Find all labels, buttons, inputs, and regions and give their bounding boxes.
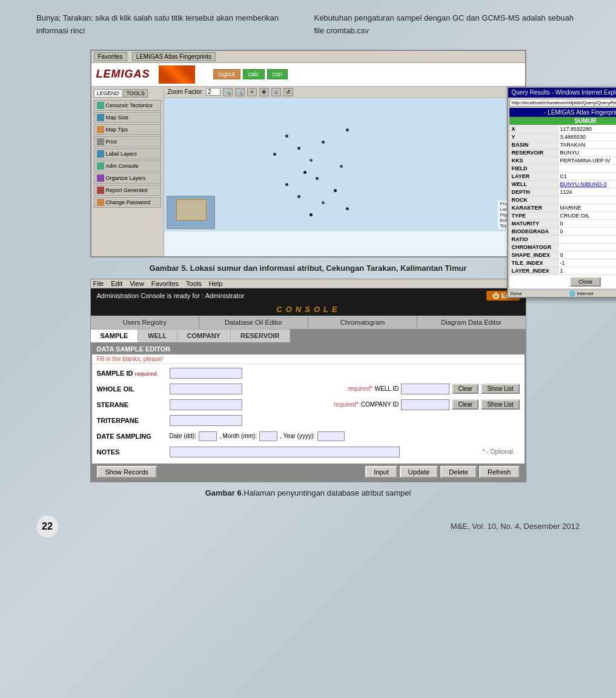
sidebar-cenozoic[interactable]: Cenozoic Tectonics bbox=[94, 100, 161, 111]
mini-map bbox=[167, 196, 215, 229]
date-dd-label: Date (dd): bbox=[170, 433, 196, 439]
menu-edit[interactable]: Edit bbox=[111, 280, 122, 287]
refresh-button[interactable]: Refresh bbox=[479, 466, 520, 478]
page-footer: 22 M&E, Vol. 10, No. 4, Desember 2012 bbox=[36, 504, 580, 543]
labellayers-icon bbox=[97, 150, 104, 158]
date-dd-input[interactable] bbox=[199, 431, 217, 441]
zoom-pan[interactable]: ✥ bbox=[259, 88, 269, 96]
sidebar-organizelayers[interactable]: Organize Layers bbox=[94, 173, 161, 184]
popup-content: - LEMIGAS Atlas Fingerprints - SUMUR X11… bbox=[509, 108, 617, 288]
nav-chromatogram[interactable]: Chromatogram bbox=[308, 316, 417, 329]
zoom-input[interactable] bbox=[206, 88, 220, 96]
sumur-label: SUMUR bbox=[509, 117, 617, 125]
logout-button[interactable]: logout bbox=[213, 69, 240, 79]
table-row: TILE_INDEX-1 bbox=[509, 259, 616, 267]
sidebar-print[interactable]: Print bbox=[94, 136, 161, 147]
triterpane-input[interactable] bbox=[170, 415, 242, 426]
notes-input[interactable] bbox=[170, 447, 400, 457]
menu-help[interactable]: Help bbox=[209, 280, 223, 287]
lemigas-tab-btn[interactable]: LEMIGAS Atlas Fingerprints bbox=[132, 52, 216, 61]
month-mm-input[interactable] bbox=[259, 431, 277, 441]
sidebar-admconsole[interactable]: Adm Console bbox=[94, 161, 161, 171]
zoom-out[interactable]: 🔍 bbox=[235, 88, 245, 96]
console-c: C bbox=[276, 305, 284, 314]
date-sampling-row: DATE SAMPLING Date (dd): , Month (mm): ,… bbox=[97, 430, 520, 443]
zoom-magnify[interactable]: 🔍 bbox=[223, 88, 233, 96]
page-number: 22 bbox=[36, 516, 58, 537]
well-link[interactable]: BUNYU NIBUNO-3 bbox=[560, 181, 607, 187]
favorites-bar: Favorites LEMIGAS Atlas Fingerprints bbox=[91, 51, 525, 63]
tab-sample[interactable]: SAMPLE bbox=[91, 329, 139, 342]
menu-favorites[interactable]: Favorites bbox=[151, 280, 179, 287]
sidebar-maptips[interactable]: Map Tips bbox=[94, 124, 161, 135]
input-button[interactable]: Input bbox=[365, 466, 397, 478]
well-showlist-button[interactable]: Show List bbox=[481, 384, 519, 394]
print-icon bbox=[97, 138, 104, 145]
zoom-home[interactable]: ⌂ bbox=[271, 88, 281, 96]
nav-users-registry[interactable]: Users Registry bbox=[91, 316, 200, 329]
action-btns-right: Input Update Delete Refresh bbox=[365, 466, 519, 478]
sample-id-input[interactable] bbox=[170, 368, 242, 379]
popup-close-button[interactable]: Close bbox=[570, 277, 601, 287]
figure6-caption: Gambar 6.Halaman penyuntingan database a… bbox=[36, 488, 580, 497]
update-button[interactable]: Update bbox=[400, 466, 438, 478]
console-l: L bbox=[323, 305, 331, 314]
console-e: E bbox=[332, 305, 340, 314]
zoom-bar: Zoom Factor: 🔍 🔍 + ✥ ⌂ ↺ bbox=[164, 87, 525, 98]
lemigas-map: Zoom Factor: 🔍 🔍 + ✥ ⌂ ↺ bbox=[164, 87, 525, 256]
triterpane-row: TRITERPANE bbox=[97, 414, 520, 427]
menu-file[interactable]: File bbox=[93, 280, 104, 287]
tab-company[interactable]: COMPANY bbox=[177, 329, 231, 342]
tab-reservoir[interactable]: RESERVOIR bbox=[231, 329, 290, 342]
mini-map-highlight bbox=[176, 199, 207, 221]
nav-database-oil[interactable]: Database Oil Editor bbox=[199, 316, 308, 329]
map-canvas[interactable]: 0 Projectio Lat: 117. Right: 11 bbox=[164, 98, 525, 231]
well-clear-button[interactable]: Clear bbox=[452, 384, 479, 394]
calc-button[interactable]: calc bbox=[243, 69, 265, 79]
popup-title: Query Results - Windows Internet Explore… bbox=[512, 89, 617, 96]
table-row: MATURITY0 bbox=[509, 219, 616, 227]
delete-button[interactable]: Delete bbox=[440, 466, 477, 478]
map-dot bbox=[310, 159, 313, 162]
sidebar-labellayers[interactable]: Label Layers bbox=[94, 148, 161, 159]
table-row: X117.8532280 bbox=[509, 125, 616, 133]
table-row: WELLBUNYU NIBUNO-3 bbox=[509, 180, 616, 188]
well-id-input[interactable] bbox=[401, 384, 449, 394]
sidebar-mapsize[interactable]: Map Size bbox=[94, 112, 161, 123]
company-showlist-button[interactable]: Show List bbox=[481, 399, 519, 410]
table-row: DEPTH1124 bbox=[509, 188, 616, 196]
zoom-label: Zoom Factor: bbox=[168, 88, 204, 95]
company-clear-button[interactable]: Clear bbox=[452, 399, 479, 410]
sidebar-reportgen[interactable]: Report Generator bbox=[94, 185, 161, 196]
table-row: CHROMATOGR bbox=[509, 243, 616, 251]
menu-view[interactable]: View bbox=[130, 280, 144, 287]
year-yyyy-label: , Year (yyyy): bbox=[280, 433, 315, 439]
sidebar-changepass[interactable]: Change Password bbox=[94, 197, 161, 208]
fill-notice: Fill in the blanks, please! bbox=[92, 354, 525, 364]
favorites-btn[interactable]: Favorites bbox=[94, 52, 127, 61]
company-id-input[interactable] bbox=[401, 399, 449, 410]
legend-tab[interactable]: LEGEND bbox=[94, 89, 122, 98]
nav-diagram[interactable]: Diagram Data Editor bbox=[417, 316, 526, 329]
popup-status-done: Done bbox=[511, 291, 522, 296]
zoom-in[interactable]: + bbox=[247, 88, 257, 96]
table-row: TYPECRUDE OIL bbox=[509, 211, 616, 219]
con-button[interactable]: con bbox=[267, 69, 288, 79]
whole-oil-input[interactable] bbox=[170, 384, 242, 394]
triterpane-label: TRITERPANE bbox=[97, 417, 170, 424]
menu-tools[interactable]: Tools bbox=[186, 280, 202, 287]
form-grid: SAMPLE ID required. WHOLE OIL required* … bbox=[92, 364, 525, 464]
map-dot bbox=[285, 183, 288, 186]
intro-right: Kebutuhan pengaturan sampel dengan GC da… bbox=[314, 12, 580, 38]
map-dot bbox=[322, 141, 325, 144]
zoom-refresh[interactable]: ↺ bbox=[283, 88, 293, 96]
show-records-button[interactable]: Show Records bbox=[97, 466, 157, 478]
year-yyyy-input[interactable] bbox=[317, 431, 345, 441]
map-dot bbox=[273, 153, 276, 156]
lemigas-header: LEMIGAS logout calc con bbox=[91, 63, 525, 87]
tools-tab[interactable]: TOOLS bbox=[124, 89, 148, 98]
intro-section: Bunya; Tarakan: sika di klik salah satu … bbox=[36, 12, 580, 38]
changepass-icon bbox=[97, 199, 104, 206]
sterane-input[interactable] bbox=[170, 399, 242, 410]
tab-well[interactable]: WELL bbox=[138, 329, 177, 342]
